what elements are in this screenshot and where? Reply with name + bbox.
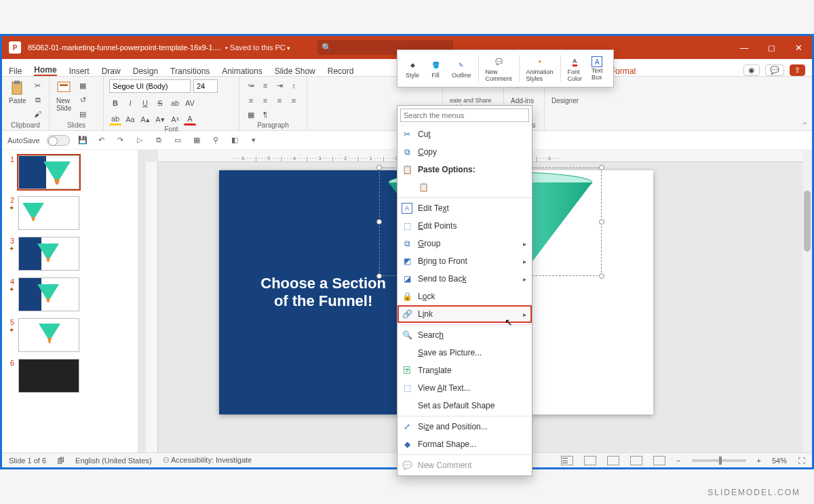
- menu-search-input[interactable]: [400, 109, 529, 122]
- qat-btn-7[interactable]: ▦: [191, 134, 203, 147]
- mt-font-color-button[interactable]: AFont Color: [564, 54, 587, 83]
- justify-button[interactable]: ≡: [288, 94, 300, 106]
- italic-button[interactable]: I: [124, 97, 136, 109]
- qat-btn-5[interactable]: ⧉: [153, 134, 165, 147]
- menu-default-shape[interactable]: Set as Default Shape: [398, 397, 532, 414]
- shrink-font-button[interactable]: A▾: [154, 113, 166, 125]
- menu-size-position[interactable]: ⤢Size and Position...: [398, 418, 532, 435]
- qat-more-button[interactable]: ▾: [248, 134, 260, 147]
- menu-paste-option-1[interactable]: 📋: [398, 178, 532, 196]
- text-direction-button[interactable]: ¶: [259, 109, 271, 121]
- comments-button[interactable]: 💬: [765, 64, 784, 76]
- collapse-ribbon-button[interactable]: ⌄: [802, 117, 808, 126]
- menu-lock[interactable]: 🔒Lock: [398, 288, 532, 305]
- format-painter-button[interactable]: 🖌: [32, 108, 44, 120]
- mt-style-button[interactable]: ◆Style: [402, 57, 423, 80]
- slide-thumbnail-1[interactable]: [18, 155, 79, 189]
- reset-button[interactable]: ↺: [77, 94, 89, 106]
- clear-format-button[interactable]: Aᵡ: [169, 113, 181, 125]
- accessibility-status[interactable]: ⚇ Accessibility: Investigate: [163, 456, 252, 465]
- grow-font-button[interactable]: A▴: [139, 113, 151, 125]
- tab-insert[interactable]: Insert: [69, 66, 90, 76]
- tab-transitions[interactable]: Transitions: [170, 66, 210, 76]
- spacing-button[interactable]: AV: [184, 97, 196, 109]
- zoom-out-button[interactable]: −: [676, 457, 680, 465]
- menu-edit-text[interactable]: AEdit Text: [398, 199, 532, 217]
- tab-slideshow[interactable]: Slide Show: [275, 66, 315, 76]
- window-minimize-button[interactable]: —: [731, 36, 758, 59]
- share-button[interactable]: ⇪: [790, 64, 805, 76]
- new-slide-button[interactable]: New Slide: [55, 79, 73, 113]
- line-spacing-button[interactable]: ↕: [288, 79, 300, 92]
- menu-format-shape[interactable]: ◆Format Shape...: [398, 435, 532, 453]
- cut-button[interactable]: ✂: [32, 79, 44, 92]
- align-left-button[interactable]: ≡: [245, 94, 257, 106]
- change-case-button[interactable]: Aa: [124, 113, 136, 125]
- qat-btn-8[interactable]: ⚲: [210, 134, 222, 147]
- menu-bring-front[interactable]: ◩Bring to Front▸: [398, 252, 532, 270]
- language-status[interactable]: English (United States): [75, 457, 152, 465]
- slide-thumbnail-2[interactable]: [18, 196, 79, 230]
- numbering-button[interactable]: ≡: [259, 79, 271, 92]
- reading-view-button[interactable]: [630, 456, 642, 465]
- mt-outline-button[interactable]: ✎Outline: [448, 57, 476, 80]
- columns-button[interactable]: ▦: [245, 109, 257, 121]
- mt-textbox-button[interactable]: AText Box: [587, 55, 607, 82]
- mt-animation-button[interactable]: ✦Animation Styles: [522, 54, 558, 83]
- save-status[interactable]: • Saved to this PC: [225, 43, 290, 52]
- tab-animations[interactable]: Animations: [222, 66, 262, 76]
- sorter-view-button[interactable]: [607, 456, 619, 465]
- notes-button[interactable]: ☰: [561, 456, 573, 465]
- tab-design[interactable]: Design: [133, 66, 158, 76]
- undo-button[interactable]: ↶: [96, 134, 108, 147]
- tab-draw[interactable]: Draw: [102, 66, 121, 76]
- qat-btn-9[interactable]: ◧: [229, 134, 241, 147]
- qat-btn-6[interactable]: ▭: [172, 134, 184, 147]
- window-close-button[interactable]: ✕: [785, 36, 812, 59]
- menu-alt-text[interactable]: ⬚View Alt Text...: [398, 379, 532, 397]
- tab-file[interactable]: File: [9, 66, 22, 76]
- copy-button[interactable]: ⧉: [32, 94, 44, 106]
- qat-slideshow-button[interactable]: ▷: [134, 134, 146, 147]
- recording-button[interactable]: ◉: [743, 64, 760, 76]
- slideshow-view-button[interactable]: [653, 456, 665, 465]
- menu-group[interactable]: ⧉Group▸: [398, 235, 532, 252]
- menu-cut[interactable]: ✂Cut: [398, 125, 532, 143]
- menu-save-picture[interactable]: Save as Picture...: [398, 344, 532, 362]
- zoom-level[interactable]: 54%: [772, 457, 787, 465]
- save-button[interactable]: 💾: [77, 134, 89, 147]
- redo-button[interactable]: ↷: [115, 134, 127, 147]
- highlight-button[interactable]: ab: [109, 113, 121, 125]
- fit-window-button[interactable]: ⛶: [798, 457, 805, 465]
- zoom-in-button[interactable]: +: [757, 457, 761, 465]
- autosave-toggle[interactable]: [47, 135, 70, 146]
- mt-new-comment-button[interactable]: 💬New Comment: [482, 54, 516, 83]
- strike-button[interactable]: S: [154, 97, 166, 109]
- font-name-select[interactable]: [109, 79, 191, 93]
- layout-button[interactable]: ▦: [77, 79, 89, 92]
- bold-button[interactable]: B: [109, 97, 121, 109]
- font-size-select[interactable]: [193, 79, 218, 93]
- menu-translate[interactable]: 🈂Translate: [398, 362, 532, 379]
- paste-button[interactable]: Paste: [7, 79, 28, 106]
- slide-thumbnail-4[interactable]: [18, 277, 79, 311]
- menu-new-comment[interactable]: 💬New Comment: [398, 457, 532, 474]
- menu-copy[interactable]: ⧉Copy: [398, 143, 532, 161]
- tab-record[interactable]: Record: [328, 66, 354, 76]
- align-center-button[interactable]: ≡: [259, 94, 271, 106]
- mt-fill-button[interactable]: 🪣Fill: [425, 57, 446, 80]
- slide-thumbnail-6[interactable]: [18, 359, 79, 393]
- zoom-slider[interactable]: [692, 459, 746, 462]
- tab-home[interactable]: Home: [34, 65, 56, 76]
- indent-button[interactable]: ⇥: [273, 79, 286, 92]
- bullets-button[interactable]: ≔: [245, 79, 257, 92]
- slide-counter[interactable]: Slide 1 of 6: [9, 457, 46, 465]
- slide-thumbnail-3[interactable]: [18, 237, 79, 271]
- notes-icon[interactable]: 🗐: [57, 457, 64, 465]
- slide-thumbnail-5[interactable]: [18, 318, 79, 352]
- menu-search[interactable]: 🔍Search: [398, 326, 532, 344]
- menu-send-back[interactable]: ◪Send to Back▸: [398, 270, 532, 288]
- font-color-button[interactable]: A: [184, 113, 196, 125]
- menu-edit-points[interactable]: ⬚Edit Points: [398, 217, 532, 235]
- vertical-scrollbar[interactable]: [802, 150, 812, 452]
